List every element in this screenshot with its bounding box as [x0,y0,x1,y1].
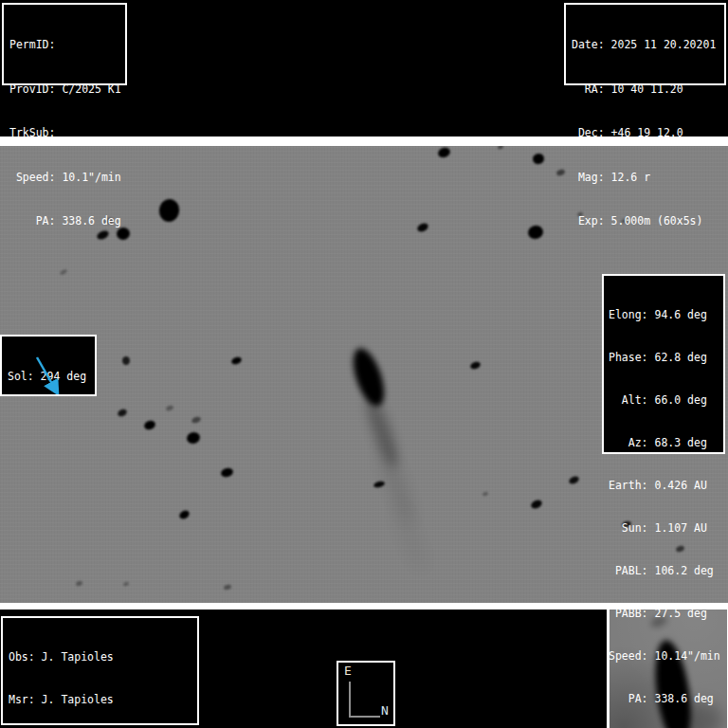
eph-pa: PA: 338.6 deg [609,692,719,706]
eph-elong: Elong: 94.6 deg [609,308,719,322]
eph-pabl: PABL: 106.2 deg [609,564,719,578]
sun-direction-arrow-icon [2,337,95,394]
star [177,509,191,520]
star [165,404,173,410]
star [117,408,128,418]
info-line-mag: Mag: 12.6 r [572,171,719,186]
star [555,169,566,177]
info-line-ra: RA: 10 40 11.20 [572,82,719,98]
compass-north-label: N [381,703,389,718]
eph-phase: Phase: 62.8 deg [609,351,719,365]
eph-sun: Sun: 1.107 AU [609,521,719,536]
star [220,466,234,478]
observer-info-panel: Obs: J. Tapioles Msr: J. Tapioles Stn: R… [1,616,199,725]
eph-speed: Speed: 10.14"/min [609,649,719,664]
eph-earth: Earth: 0.426 AU [609,479,719,493]
eph-alt: Alt: 66.0 deg [609,393,719,408]
star [416,222,429,233]
star [75,579,82,586]
star [532,152,545,165]
target-info-panel: PermID: ProvID: C/2025 K1 TrkSub: Speed:… [2,3,127,85]
info-line-permid: PermID: [9,38,119,53]
star [191,415,201,424]
info-line-exp: Exp: 5.000m (60x5s) [572,214,719,229]
star [530,499,543,510]
star [157,198,180,224]
compass-east-axis-line [349,682,351,718]
info-line-trksub: TrkSub: [9,126,119,141]
star [373,481,385,489]
info-line-pa: PA: 338.6 deg [9,214,119,229]
star [526,224,544,241]
star [436,146,451,159]
compass-north-axis-line [349,716,380,718]
star [122,581,129,587]
app-window: PermID: ProvID: C/2025 K1 TrkSub: Speed:… [0,0,728,728]
star [143,419,156,431]
star [482,491,488,497]
info-line-dec: Dec: +46 19 12.0 [572,126,719,141]
star [60,268,68,275]
eph-pabb: PABB: 27.5 deg [609,607,719,621]
compass-east-label: E [344,664,352,678]
star [230,355,243,365]
sun-direction-panel: Sol: 294 deg [0,335,97,396]
info-line-provid: ProvID: C/2025 K1 [9,82,119,98]
orientation-compass: E N [337,661,395,726]
obs-measurer: Msr: J. Tapioles [9,693,191,707]
star [223,584,231,591]
star [186,430,202,445]
info-line-date: Date: 2025 11 20.20201 [572,38,719,53]
info-line-speed: Speed: 10.1"/min [9,171,119,186]
ephemeris-panel: Elong: 94.6 deg Phase: 62.8 deg Alt: 66.… [602,274,725,454]
obs-observer: Obs: J. Tapioles [9,650,191,664]
star [497,146,503,150]
eph-az: Az: 68.3 deg [609,436,719,450]
star [568,475,580,485]
star [122,356,130,365]
exposure-info-panel: Date: 2025 11 20.20201 RA: 10 40 11.20 D… [564,3,726,85]
star [469,360,482,370]
